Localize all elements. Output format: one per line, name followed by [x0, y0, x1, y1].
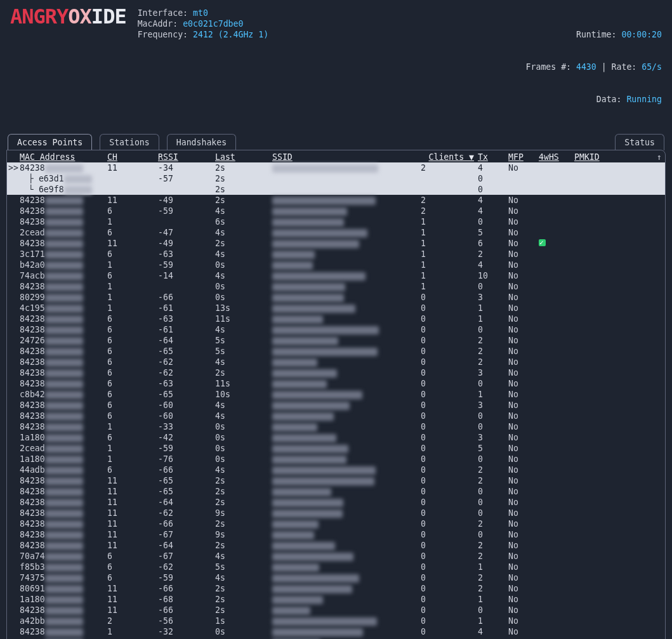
- table-row[interactable]: ├ e63d1xxxxxxx-572s0: [7, 173, 665, 184]
- table-row[interactable]: 84238xxxxxxx11-679sssid00No: [7, 529, 665, 540]
- table-row[interactable]: 84238xxxxxxx1-330sssid00No: [7, 421, 665, 432]
- data-label: Data:: [596, 95, 622, 104]
- table-row[interactable]: 4c195xxxxxxx1-6113sssid01No: [7, 303, 665, 313]
- table-row[interactable]: 44adbxxxxxxx6-664sssid02No: [7, 464, 665, 475]
- table-row[interactable]: 84238xxxxxxx11-642sssid00No: [7, 497, 665, 508]
- macaddr-value: e0c021c7dbe0: [183, 19, 243, 29]
- frequency-label: Frequency:: [138, 30, 188, 39]
- logo-part-ide: IDE: [91, 4, 126, 29]
- table-row[interactable]: 84238xxxxxxx11-662sssid02No: [7, 518, 665, 529]
- table-row[interactable]: 84238xxxxxxx16sssid10No: [7, 216, 665, 227]
- table-row[interactable]: 2ceadxxxxxxx6-474sssid15No: [7, 227, 665, 238]
- table-row[interactable]: └ 6e9f8xxxxxxx2s0: [7, 184, 665, 195]
- runtime-value: 00:00:20: [621, 30, 662, 39]
- table-row[interactable]: 70a74xxxxxxx6-674sssid02No: [7, 551, 665, 562]
- logo-part-ox: OX: [68, 4, 91, 29]
- table-row[interactable]: 84238xxxxxxx11-642sssid02No: [7, 540, 665, 551]
- table-row[interactable]: 2ceadxxxxxxx1-590sssid05No: [7, 443, 665, 454]
- header-info-right: Runtime: 00:00:20 Frames #: 4430 | Rate:…: [526, 6, 662, 126]
- rate-value: 65/s: [642, 62, 662, 72]
- interface-label: Interface:: [138, 8, 188, 18]
- table-row[interactable]: 84238xxxxxxx11-629sssid00No: [7, 508, 665, 518]
- logo-part-angry: ANGRY: [10, 4, 68, 29]
- table-row[interactable]: 84238xxxxxxx6-604sssid00No: [7, 411, 665, 421]
- table-row[interactable]: 1a180xxxxxxx6-420sssid03No: [7, 432, 665, 443]
- rate-sep: |: [596, 62, 612, 72]
- frames-label: Frames #:: [526, 62, 571, 72]
- rate-label: Rate:: [612, 62, 637, 72]
- col-tx[interactable]: Tx: [478, 152, 508, 162]
- table-body[interactable]: >>84238xxxxxxx11-342sssid24No├ e63d1xxxx…: [7, 162, 665, 639]
- col-pmkid[interactable]: PMKID: [574, 152, 624, 162]
- scroll-up-icon: ↑: [656, 152, 662, 162]
- frames-value: 4430: [576, 62, 596, 72]
- tab-stations[interactable]: Stations: [100, 134, 159, 150]
- tab-access-points[interactable]: Access Points: [8, 134, 92, 150]
- col-clients[interactable]: Clients ▼: [421, 152, 478, 162]
- table-row[interactable]: 84238xxxxxxx6-594sssid24No: [7, 206, 665, 216]
- table-row[interactable]: 84238xxxxxxx11-652sssid00No: [7, 486, 665, 497]
- table-row[interactable]: >>84238xxxxxxx11-342sssid24No: [7, 162, 665, 173]
- table-row[interactable]: f85b3xxxxxxx6-625sssid01No: [7, 562, 665, 572]
- table-row[interactable]: 84238xxxxxxx11-652sssid02No: [7, 475, 665, 486]
- col-ch[interactable]: CH: [107, 152, 158, 162]
- table-row[interactable]: 84238xxxxxxx11-492sssid16No: [7, 238, 665, 249]
- header-info-left: Interface: mt0 MacAddr: e0c021c7dbe0 Fre…: [126, 6, 526, 40]
- table-row[interactable]: 84238xxxxxxx11-492sssid24No: [7, 195, 665, 206]
- table-row[interactable]: 84238xxxxxxx6-604sssid03No: [7, 400, 665, 411]
- table-row[interactable]: 1a180xxxxxxx11-682sssid01No: [7, 594, 665, 605]
- table-row[interactable]: 1a180xxxxxxx1-760sssid00No: [7, 454, 665, 464]
- tab-status[interactable]: Status: [615, 134, 664, 150]
- interface-value: mt0: [193, 8, 208, 18]
- col-ssid[interactable]: SSID: [272, 152, 421, 162]
- table-row[interactable]: 84238xxxxxxx6-622sssid03No: [7, 367, 665, 378]
- runtime-label: Runtime:: [576, 30, 617, 39]
- col-mfp[interactable]: MFP: [508, 152, 539, 162]
- col-4whs[interactable]: 4wHS: [539, 152, 574, 162]
- table-row[interactable]: 74375xxxxxxx6-594sssid02No: [7, 572, 665, 583]
- header: ANGRYOXIDE Interface: mt0 MacAddr: e0c02…: [6, 5, 666, 130]
- table-row[interactable]: 84238xxxxxxx10sssid10No: [7, 281, 665, 292]
- data-value: Running: [626, 95, 662, 104]
- table-row[interactable]: c8b42xxxxxxx6-6510sssid01No: [7, 389, 665, 400]
- table-row[interactable]: 80691xxxxxxx11-662sssid02No: [7, 583, 665, 594]
- table-row[interactable]: 80299xxxxxxx1-660sssid03No: [7, 292, 665, 303]
- table-row[interactable]: 24726xxxxxxx6-645sssid02No: [7, 335, 665, 346]
- table-row[interactable]: 84238xxxxxxx11-662sssid00No: [7, 605, 665, 616]
- ap-table-panel: ↑ ↓ MAC Address CH RSSI Last SSID Client…: [6, 150, 666, 639]
- table-row[interactable]: 74acbxxxxxxx6-144sssid110No: [7, 270, 665, 281]
- app-logo: ANGRYOXIDE: [10, 6, 126, 27]
- check-icon: [539, 239, 546, 246]
- table-row[interactable]: 84238xxxxxxx1-320sssid04No: [7, 626, 665, 637]
- tabs: Access Points Stations Handshakes Status: [6, 134, 666, 150]
- col-last[interactable]: Last: [215, 152, 272, 162]
- table-row[interactable]: a42bbxxxxxxx2-561sssid01No: [7, 616, 665, 626]
- frequency-value: 2412 (2.4GHz 1): [193, 30, 268, 39]
- table-row[interactable]: 3c171xxxxxxx6-634sssid12No: [7, 249, 665, 260]
- table-row[interactable]: 84238xxxxxxx6-6311sssid01No: [7, 313, 665, 324]
- tab-handshakes[interactable]: Handshakes: [167, 134, 236, 150]
- table-row[interactable]: 84238xxxxxxx6-624sssid02No: [7, 357, 665, 367]
- table-header[interactable]: MAC Address CH RSSI Last SSID Clients ▼ …: [7, 150, 665, 162]
- table-row[interactable]: b42a0xxxxxxx1-590sssid14No: [7, 260, 665, 270]
- table-row[interactable]: 84238xxxxxxx6-6311sssid00No: [7, 378, 665, 389]
- col-rssi[interactable]: RSSI: [158, 152, 215, 162]
- macaddr-label: MacAddr:: [138, 19, 178, 29]
- table-row[interactable]: 84238xxxxxxx6-614sssid00No: [7, 324, 665, 335]
- col-mac[interactable]: MAC Address: [20, 152, 107, 162]
- table-row[interactable]: 84238xxxxxxx6-655sssid02No: [7, 346, 665, 357]
